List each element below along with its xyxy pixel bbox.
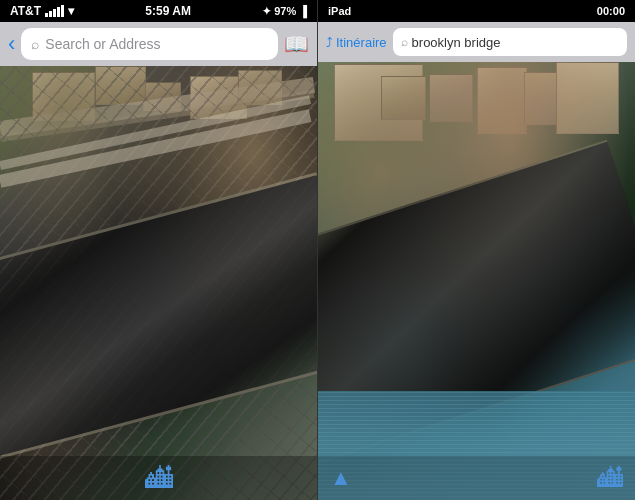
iphone-panel: AT&T ▾ 5:59 AM ✦ 97% ▐ ‹ (0, 0, 318, 500)
ipad-panel: iPad 00:00 ⤴ Itinéraire ⌕ brooklyn bridg… (318, 0, 635, 500)
ipad-status-bar: iPad 00:00 (318, 0, 635, 22)
ipad-search-icon: ⌕ (401, 35, 408, 49)
app-container: AT&T ▾ 5:59 AM ✦ 97% ▐ ‹ (0, 0, 635, 500)
signal-bar-4 (57, 7, 60, 17)
time-display: 5:59 AM (145, 4, 191, 18)
map-background-left (0, 66, 317, 500)
ipad-map-area[interactable]: ▲ 🏙 (318, 62, 635, 500)
battery-label: 97% (274, 5, 296, 17)
signal-bar-1 (45, 13, 48, 17)
ipad-bottom-bar: ▲ 🏙 (318, 456, 635, 500)
carrier-label: AT&T (10, 4, 41, 18)
iphone-map-area[interactable]: 🏙 (0, 66, 317, 500)
battery-icon: ▐ (299, 5, 307, 17)
building-3d-icon[interactable]: 🏙 (145, 462, 173, 495)
iphone-status-bar: AT&T ▾ 5:59 AM ✦ 97% ▐ (0, 0, 317, 22)
status-right: ✦ 97% ▐ (262, 5, 307, 18)
search-input-wrap[interactable]: ⌕ Search or Address (21, 28, 278, 60)
search-icon: ⌕ (31, 36, 39, 52)
status-left: AT&T ▾ (10, 4, 74, 18)
ipad-search-value: brooklyn bridge (412, 35, 619, 50)
itinerary-label: Itinéraire (336, 35, 387, 50)
signal-bar-3 (53, 9, 56, 17)
time-label: 5:59 AM (145, 4, 191, 18)
ipad-top-bar: ⤴ Itinéraire ⌕ brooklyn bridge (318, 22, 635, 62)
iphone-search-bar: ‹ ⌕ Search or Address 📖 (0, 22, 317, 66)
navigation-arrow-icon[interactable]: ▲ (330, 465, 352, 491)
ipad-building-3d-icon[interactable]: 🏙 (597, 463, 623, 494)
ipad-time-label: 00:00 (597, 5, 625, 17)
map-background-right (318, 62, 635, 500)
signal-bar-5 (61, 5, 64, 17)
wifi-icon: ▾ (68, 4, 74, 18)
itinerary-button[interactable]: ⤴ Itinéraire (326, 35, 387, 50)
ipad-device-label: iPad (328, 5, 351, 17)
search-placeholder-text: Search or Address (45, 36, 268, 52)
ipad-search-input[interactable]: ⌕ brooklyn bridge (393, 28, 627, 56)
bookmark-icon[interactable]: 📖 (284, 32, 309, 56)
back-button[interactable]: ‹ (8, 31, 15, 57)
signal-bar-2 (49, 11, 52, 17)
itinerary-arrow-icon: ⤴ (326, 35, 333, 50)
iphone-bottom-bar: 🏙 (0, 456, 317, 500)
signal-bars (45, 5, 64, 17)
bluetooth-icon: ✦ (262, 5, 271, 18)
